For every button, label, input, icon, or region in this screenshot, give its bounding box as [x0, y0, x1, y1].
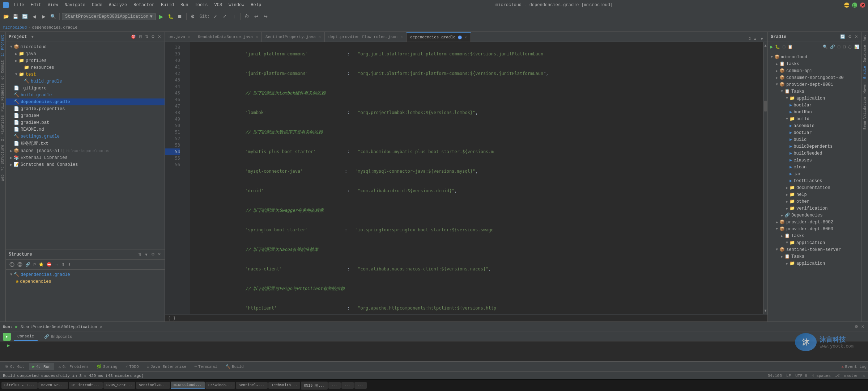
- gradle-link-btn[interactable]: 🔗: [829, 44, 836, 50]
- structure-sort-button[interactable]: ⇅: [137, 251, 142, 257]
- back-button[interactable]: ◀: [30, 13, 38, 21]
- scroll-up-button[interactable]: ▲: [763, 42, 767, 49]
- settings-panel-button[interactable]: ⚙: [150, 34, 156, 40]
- menu-bar[interactable]: File Edit View Navigate Code Analyze Ref…: [11, 2, 264, 8]
- breadcrumb-file[interactable]: dependencies.gradle: [32, 25, 77, 30]
- tab-on-java[interactable]: on.java ✕: [165, 32, 194, 42]
- event-log-link[interactable]: Event Log: [845, 365, 867, 369]
- gradle-item-other[interactable]: ▶ 📁 other: [768, 198, 861, 205]
- run-tab-endpoints[interactable]: 🔗 Endpoints: [41, 333, 76, 340]
- struct-item-file[interactable]: ▼ 🔨 dependencies.gradle: [7, 271, 163, 278]
- gradle-item-bootjar[interactable]: ▶ bootJar: [768, 102, 861, 109]
- menu-refactor[interactable]: Refactor: [131, 2, 157, 8]
- gradle-item-build-group[interactable]: ▼ 📁 build: [768, 115, 861, 122]
- gradle-item-app-8003[interactable]: ▼ 📁 application: [768, 239, 861, 246]
- menu-analyze[interactable]: Analyze: [106, 2, 130, 8]
- gradle-item-microcloud[interactable]: ▼ 📦 microcloud: [768, 54, 861, 60]
- bottom-tab-git[interactable]: ⑨ 9: Git: [1, 363, 28, 370]
- gradle-item-tasks-8003[interactable]: ▶ 📋 Tasks: [768, 232, 861, 239]
- bottom-tab-run[interactable]: ▶ 4: Run: [29, 363, 54, 370]
- tab-close-dependencies-gradle[interactable]: ✕: [465, 35, 467, 39]
- tree-item-build-gradle-inner[interactable]: 🔨 build.gradle: [6, 78, 165, 85]
- breadcrumb-microcloud[interactable]: microcloud: [3, 25, 27, 30]
- search-button[interactable]: 🔍: [49, 13, 57, 21]
- menu-file[interactable]: File: [11, 2, 27, 8]
- taskbar-microcloud[interactable]: microcloud...: [171, 382, 205, 389]
- struct-btn-1[interactable]: ⓵: [9, 261, 15, 268]
- gradle-item-assemble[interactable]: ▶ assemble: [768, 122, 861, 129]
- collapse-all-button[interactable]: ⊟: [138, 34, 143, 40]
- struct-btn-7[interactable]: →: [54, 262, 59, 268]
- tree-item-test[interactable]: ▼ 📁 test: [6, 71, 165, 78]
- bottom-tab-todo[interactable]: ✓ TODO: [122, 363, 142, 370]
- gradle-item-bootrun[interactable]: ▶ bootRun: [768, 109, 861, 115]
- gradle-item-bootjar-2[interactable]: ▶ bootJar: [768, 129, 861, 136]
- gradle-item-app-sentinel[interactable]: ▶ 📁 application: [768, 260, 861, 267]
- gradle-item-common-api[interactable]: ▶ 📦 common-api: [768, 67, 861, 74]
- gradle-run-btn[interactable]: ▶: [769, 44, 774, 50]
- tab-close-on-java[interactable]: ✕: [188, 35, 190, 39]
- sort-button[interactable]: ⇅: [144, 34, 149, 40]
- right-tab-gradle[interactable]: Gradle: [862, 64, 868, 80]
- structure-filter-button[interactable]: ▼: [144, 251, 149, 257]
- run-collapse-btn[interactable]: ✕: [860, 324, 865, 330]
- editor-scrollbar[interactable]: ▲ ▼: [763, 42, 767, 314]
- taskbar-cwindows[interactable]: C:\Windo...: [205, 382, 235, 389]
- undo-button[interactable]: ↩: [252, 13, 260, 21]
- gradle-item-classes[interactable]: ▶ classes: [768, 157, 861, 164]
- gradle-item-sentinel[interactable]: ▼ 📦 sentinel-token-server: [768, 246, 861, 253]
- bottom-tab-java-ent[interactable]: ☕ Java Enterprise: [143, 363, 190, 370]
- taskbar-0519[interactable]: 0519_開...: [301, 382, 328, 390]
- tree-item-build-gradle[interactable]: 🔨 build.gradle: [6, 92, 165, 98]
- sidebar-tab-commit[interactable]: 0: Commit: [0, 59, 5, 81]
- code-content[interactable]: 'junit-platform-commons' : "org.junit.pl…: [190, 42, 763, 314]
- gradle-item-provider-8002[interactable]: ▶ 📦 provider-dept-8002: [768, 219, 861, 226]
- settings-button[interactable]: ⚙: [189, 13, 197, 21]
- gradle-item-help[interactable]: ▶ 📁 help: [768, 191, 861, 198]
- tree-item-nacos[interactable]: ▶ 📦 nacos [nacos-all] H:\workspace\nacos: [6, 147, 165, 154]
- vcs-check-button[interactable]: ✓: [211, 13, 219, 21]
- gradle-item-tasks[interactable]: ▶ 📋 Tasks: [768, 60, 861, 67]
- project-dropdown[interactable]: ▼: [31, 35, 34, 39]
- taskbar-extra1[interactable]: ...: [328, 382, 341, 389]
- gradle-history-btn[interactable]: ⏱: [847, 44, 853, 50]
- gradle-task-btn[interactable]: 📋: [787, 44, 793, 50]
- menu-run[interactable]: Run: [178, 2, 191, 8]
- gradle-item-dependencies[interactable]: ▶ 🔗 Dependencies: [768, 212, 861, 219]
- tree-item-scratches[interactable]: ▶ 📝 Scratches and Consoles: [6, 161, 165, 168]
- sidebar-tab-structure[interactable]: 7: Structure: [0, 143, 5, 172]
- run-tab-console[interactable]: Console: [14, 333, 38, 341]
- bottom-tab-build[interactable]: 🔨 Build: [222, 363, 247, 370]
- scroll-thumb[interactable]: [764, 101, 767, 112]
- taskbar-sentinel2[interactable]: Sentinel-...: [236, 382, 268, 389]
- taskbar-02[interactable]: 0205_Sent...: [103, 382, 135, 389]
- vcs-commit-button[interactable]: ✓: [221, 13, 229, 21]
- maximize-button[interactable]: □: [852, 3, 857, 8]
- gradle-collapse-btn[interactable]: ⊟: [842, 44, 847, 50]
- structure-settings-button[interactable]: ⚙: [150, 251, 156, 257]
- gradle-item-application[interactable]: ▼ 📁 application: [768, 95, 861, 102]
- taskbar-techsmith[interactable]: TechSmith...: [268, 382, 300, 389]
- tab-readable[interactable]: ReadableDataSource.java ✕: [194, 32, 262, 42]
- gradle-item-tasks-8001[interactable]: ▼ 📋 Tasks: [768, 88, 861, 95]
- tab-up-button[interactable]: ▲: [752, 36, 758, 42]
- gradle-item-consumer[interactable]: ▶ 📦 consumer-springboot-80: [768, 74, 861, 81]
- gradle-item-tasks-sentinel[interactable]: ▶ 📋 Tasks: [768, 253, 861, 260]
- taskbar-gitplus[interactable]: GitPlus - I...: [1, 382, 38, 389]
- stop-button[interactable]: ⏹: [176, 13, 184, 21]
- tree-item-settings-gradle[interactable]: 🔨 settings.gradle: [6, 133, 165, 140]
- gradle-refresh-button[interactable]: 🔄: [839, 34, 846, 40]
- tab-flow-rules[interactable]: dept.provdier-flow-rules.json ✕: [325, 32, 407, 42]
- taskbar-sentinel[interactable]: Sentinel-N...: [136, 382, 170, 389]
- close-panel-button[interactable]: ✕: [157, 34, 162, 40]
- struct-item-deps[interactable]: ◉ dependencies: [7, 278, 163, 285]
- save-button[interactable]: 💾: [12, 13, 20, 21]
- menu-build[interactable]: Build: [158, 2, 177, 8]
- gradle-item-verification[interactable]: ▶ 📁 verification: [768, 205, 861, 212]
- menu-help[interactable]: Help: [248, 2, 264, 8]
- taskbar-extra2[interactable]: ...: [341, 382, 354, 389]
- gradle-settings-button[interactable]: ⚙: [847, 34, 852, 40]
- right-tab-database[interactable]: Database: [862, 43, 868, 64]
- gradle-item-build-task[interactable]: ▶ build: [768, 136, 861, 143]
- gradle-item-build-needed[interactable]: ▶ buildNeeded: [768, 150, 861, 157]
